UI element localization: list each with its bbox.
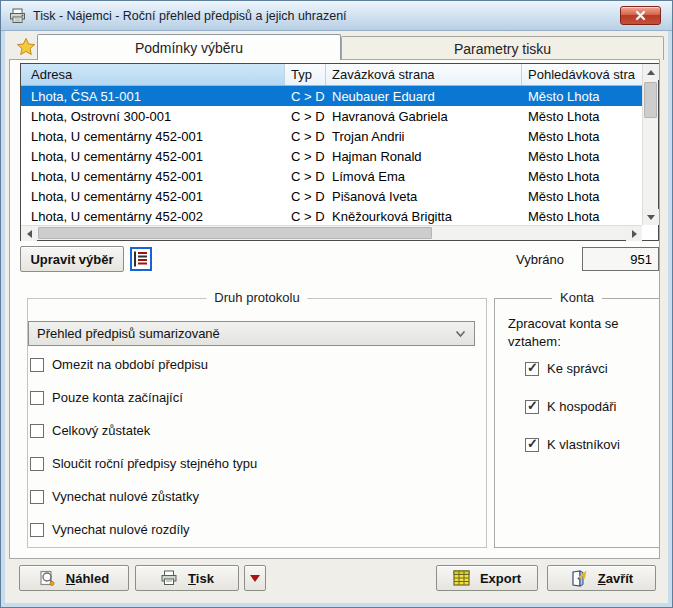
column-header-zavazkova[interactable]: Zavázková strana <box>326 64 522 85</box>
checkbox[interactable] <box>525 438 539 452</box>
preview-icon <box>39 570 56 587</box>
export-button[interactable]: Export <box>436 565 538 591</box>
checkbox-option[interactable]: Celkový zůstatek <box>30 421 257 440</box>
tenants-table: Adresa Typ Zavázková strana Pohledávková… <box>20 63 659 241</box>
selected-count-value: 951 <box>582 247 659 271</box>
checkbox-option[interactable]: Pouze konta začínající <box>30 388 257 407</box>
vertical-scroll-thumb[interactable] <box>644 82 657 118</box>
group-legend: Druh protokolu <box>206 290 307 305</box>
dropdown-arrow-icon <box>250 575 260 582</box>
checkbox-option[interactable]: K hospodáři <box>525 397 620 416</box>
footer: Náhled Tisk <box>5 557 668 603</box>
table-body: Lhota, ČSA 51-001 C > D Neubauer Eduard … <box>21 86 642 225</box>
checkbox-option[interactable]: Omezit na období předpisu <box>30 355 257 374</box>
dialog-body: Podmínky výběru Parametry tisku Adresa T… <box>5 31 668 603</box>
scroll-up-button[interactable] <box>643 64 659 80</box>
checkbox[interactable] <box>525 362 539 376</box>
column-header-adresa[interactable]: Adresa <box>21 64 285 85</box>
scroll-left-button[interactable] <box>21 226 37 241</box>
tab-strip: Podmínky výběru Parametry tisku <box>5 31 668 59</box>
column-header-pohledavkova[interactable]: Pohledávková stra <box>522 64 642 85</box>
table-row[interactable]: Lhota, U cementárny 452-002 C > D Kněžou… <box>21 206 642 225</box>
exit-door-icon <box>570 570 588 587</box>
arrow-left-icon <box>27 230 32 238</box>
close-dialog-button[interactable]: Zavřít <box>547 565 656 591</box>
chevron-down-icon <box>455 330 466 338</box>
combo-value: Přehled předpisů sumarizovaně <box>37 326 220 341</box>
star-icon <box>16 37 36 57</box>
table-row[interactable]: Lhota, U cementárny 452-001 C > D Trojan… <box>21 126 642 146</box>
checkbox-option[interactable]: Sloučit roční předpisy stejného typu <box>30 454 257 473</box>
group-druh-protokolu: Druh protokolu Přehled předpisů sumarizo… <box>27 298 487 548</box>
close-icon <box>635 10 646 21</box>
checkbox[interactable] <box>525 400 539 414</box>
table-row[interactable]: Lhota, U cementárny 452-001 C > D Hajman… <box>21 146 642 166</box>
close-button[interactable] <box>620 6 661 25</box>
selection-toolbar: Upravit výběr Vybráno 951 <box>20 246 659 272</box>
tab-podminky-vyberu[interactable]: Podmínky výběru <box>37 34 341 60</box>
checkbox[interactable] <box>30 523 44 537</box>
scroll-down-button[interactable] <box>643 209 659 225</box>
protocol-options: Omezit na období předpisu Pouze konta za… <box>30 355 257 553</box>
spreadsheet-icon <box>453 570 470 586</box>
horizontal-scroll-thumb[interactable] <box>38 227 432 239</box>
printer-icon <box>9 8 26 24</box>
edit-selection-button[interactable]: Upravit výběr <box>20 246 124 272</box>
checkbox[interactable] <box>30 391 44 405</box>
horizontal-scrollbar[interactable] <box>21 225 642 240</box>
table-row[interactable]: Lhota, U cementárny 452-001 C > D Límová… <box>21 166 642 186</box>
checkbox-option[interactable]: Vynechat nulové rozdíly <box>30 520 257 539</box>
arrow-down-icon <box>647 215 655 220</box>
print-button[interactable]: Tisk <box>135 565 239 591</box>
tab-parametry-tisku[interactable]: Parametry tisku <box>341 36 664 60</box>
tab-label: Parametry tisku <box>454 41 551 57</box>
checkbox[interactable] <box>30 424 44 438</box>
checkbox-option[interactable]: Ke správci <box>525 359 620 378</box>
printer-icon <box>160 570 178 586</box>
group-konta: Konta Zpracovat konta se vztahem: Ke spr… <box>494 298 660 548</box>
checkbox[interactable] <box>30 457 44 471</box>
checkbox[interactable] <box>30 358 44 372</box>
selection-list-button[interactable] <box>128 246 154 272</box>
dialog-window: Tisk - Nájemci - Roční přehled předpisů … <box>0 0 673 608</box>
group-legend: Konta <box>552 290 602 305</box>
table-row[interactable]: Lhota, U cementárny 452-001 C > D Pišano… <box>21 186 642 206</box>
print-options-dropdown-button[interactable] <box>244 565 266 591</box>
window-title: Tisk - Nájemci - Roční přehled předpisů … <box>33 9 347 23</box>
table-row[interactable]: Lhota, Ostrovní 300-001 C > D Havranová … <box>21 106 642 126</box>
checkbox-option[interactable]: Vynechat nulové zůstatky <box>30 487 257 506</box>
checkbox-option[interactable]: K vlastníkovi <box>525 435 620 454</box>
tab-page: Adresa Typ Zavázková strana Pohledávková… <box>9 59 660 559</box>
preview-button[interactable]: Náhled <box>19 565 129 591</box>
protocol-type-select[interactable]: Přehled předpisů sumarizovaně <box>28 321 475 346</box>
selected-count-label: Vybráno <box>516 252 564 267</box>
vertical-scrollbar[interactable] <box>642 64 658 225</box>
column-header-typ[interactable]: Typ <box>285 64 326 85</box>
titlebar: Tisk - Nájemci - Roční přehled předpisů … <box>1 1 672 31</box>
tab-label: Podmínky výběru <box>135 40 243 56</box>
record-list-icon <box>130 247 152 271</box>
scroll-right-button[interactable] <box>626 226 642 241</box>
konta-options: Ke správci K hospodáři K vlastníkovi <box>525 359 620 473</box>
favorites-tab[interactable] <box>13 35 39 59</box>
arrow-up-icon <box>647 70 655 75</box>
table-header: Adresa Typ Zavázková strana Pohledávková… <box>21 64 642 86</box>
arrow-right-icon <box>632 230 637 238</box>
table-row[interactable]: Lhota, ČSA 51-001 C > D Neubauer Eduard … <box>21 86 642 106</box>
checkbox[interactable] <box>30 490 44 504</box>
konta-caption: Zpracovat konta se vztahem: <box>508 315 619 351</box>
